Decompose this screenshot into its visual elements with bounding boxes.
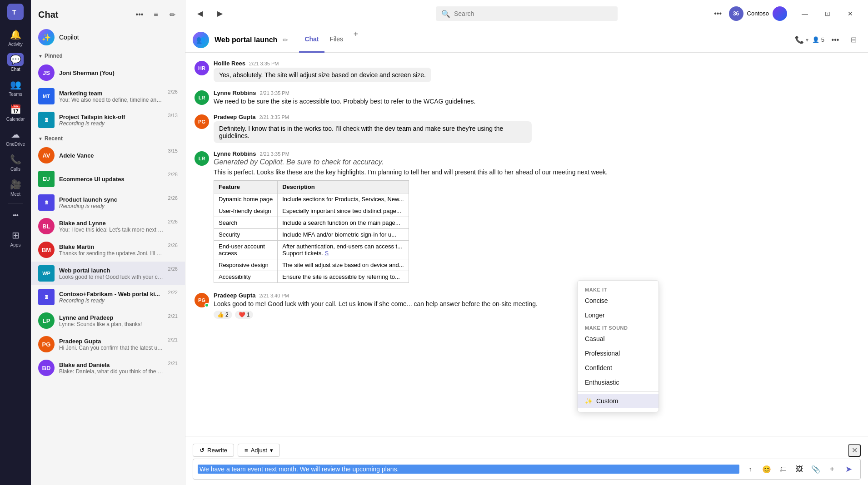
avatar: BD: [38, 360, 55, 376]
list-item[interactable]: BM Blake Martin Thanks for sending the u…: [31, 238, 185, 262]
reaction-badge[interactable]: 👍 2: [214, 311, 232, 319]
nav-calls[interactable]: 📞 Calls: [3, 150, 28, 174]
more-input-button[interactable]: +: [825, 462, 839, 476]
message-content: Lynne Robbins 2/21 3:35 PM Generated by …: [214, 150, 859, 283]
table-row: Security Include MFA and/or biometric si…: [214, 229, 409, 241]
reactions: 👍 2 ❤️ 1: [214, 311, 859, 319]
svg-text:T: T: [12, 9, 16, 16]
tab-files-label: Files: [330, 35, 344, 43]
adjust-button[interactable]: ≡ Adjust ▾: [238, 444, 280, 457]
dropdown-item-professional[interactable]: Professional: [578, 346, 658, 361]
nav-activity[interactable]: 🔔 Activity: [3, 25, 28, 49]
edit-title-icon[interactable]: ✏: [283, 36, 288, 44]
tab-files[interactable]: Files: [324, 27, 349, 53]
list-item[interactable]: 🗓 Product launch sync Recording is ready…: [31, 191, 185, 214]
nav-apps[interactable]: ⊞ Apps: [3, 226, 28, 250]
chat-preview: Lynne: Sounds like a plan, thanks!: [59, 321, 164, 327]
emoji-button[interactable]: 😊: [759, 462, 774, 476]
nav-chat[interactable]: 💬 Chat: [3, 50, 28, 74]
close-button[interactable]: ✕: [840, 6, 861, 21]
table-row: HR Hollie Rees 2/21 3:35 PM Yes, absolut…: [195, 60, 859, 82]
list-item[interactable]: EU Ecommerce UI updates 2/28: [31, 167, 185, 191]
casual-label: Casual: [585, 335, 605, 342]
table-cell: Include sections for Products, Services,…: [278, 193, 409, 205]
minimize-button[interactable]: —: [794, 6, 815, 21]
chat-header-more-button[interactable]: •••: [828, 33, 843, 47]
table-row: Responsive design The site will adjust s…: [214, 259, 409, 271]
message-sender: Hollie Rees: [214, 60, 245, 67]
chat-date: 3/13: [168, 113, 178, 118]
maximize-button[interactable]: ⊡: [817, 6, 838, 21]
pinned-chevron: ▼: [38, 54, 43, 59]
nav-meet[interactable]: 🎥 Meet: [3, 175, 28, 199]
nav-calendar[interactable]: 📅 Calendar: [3, 100, 28, 124]
activity-icon: 🔔: [7, 28, 24, 41]
forward-button[interactable]: ▶: [213, 6, 227, 21]
back-button[interactable]: ◀: [193, 6, 207, 21]
adjust-dropdown: Make it Concise Longer Make it sound Cas…: [577, 280, 659, 412]
pinned-section-header[interactable]: ▼ Pinned: [31, 49, 185, 61]
avatar: LR: [195, 90, 209, 105]
chat-info: Blake and Daniela Blake: Daniela, what d…: [59, 361, 164, 375]
new-chat-button[interactable]: ✏: [165, 7, 180, 22]
message-text: Yes, absolutely. The site will adjust si…: [214, 68, 431, 82]
recent-section-header[interactable]: ▼ Recent: [31, 132, 185, 144]
nav-teams[interactable]: 👥 Teams: [3, 75, 28, 99]
close-rewrite-button[interactable]: ✕: [848, 444, 861, 457]
add-tab-button[interactable]: +: [349, 27, 363, 42]
message-input-selected-text[interactable]: We have a team event next month. We will…: [198, 465, 739, 474]
dropdown-item-confident[interactable]: Confident: [578, 361, 658, 375]
list-item[interactable]: WP Web portal launch Looks good to me! G…: [31, 262, 185, 285]
chat-panel-title: Chat: [38, 10, 58, 20]
dropdown-item-casual[interactable]: Casual: [578, 332, 658, 346]
message-sender: Lynne Robbins: [214, 89, 256, 96]
apps-icon: ⊞: [7, 229, 24, 242]
copilot-item[interactable]: ✨ Copilot: [31, 25, 185, 49]
chat-icon: 💬: [7, 53, 24, 66]
sticker-button[interactable]: 🏷: [776, 462, 790, 476]
teams-icon: 👥: [7, 78, 24, 91]
chat-date: 2/21: [168, 361, 178, 366]
chat-name: Adele Vance: [59, 152, 164, 159]
list-item[interactable]: AV Adele Vance 3/15: [31, 144, 185, 167]
chat-date: 2/21: [168, 313, 178, 319]
dropdown-item-enthusiastic[interactable]: Enthusiastic: [578, 375, 658, 390]
rewrite-button[interactable]: ↺ Rewrite: [193, 444, 234, 457]
list-item[interactable]: PG Pradeep Gupta Hi Joni. Can you confir…: [31, 332, 185, 356]
dropdown-item-concise[interactable]: Concise: [578, 293, 658, 308]
search-input[interactable]: [454, 10, 612, 17]
avatar: BL: [38, 218, 55, 234]
list-item[interactable]: 🗓 Contoso+Fabrikam - Web portal ki... Re…: [31, 285, 185, 309]
list-item[interactable]: 🗓 Project Tailspin kick-off Recording is…: [31, 108, 185, 132]
sidebar-toggle-button[interactable]: ⊟: [846, 33, 861, 47]
chat-filter-button[interactable]: ≡: [149, 7, 163, 22]
participants-badge[interactable]: 👤 5: [812, 36, 824, 43]
table-cell: Ensure the site is accessible by referri…: [278, 271, 409, 283]
more-options-button[interactable]: •••: [711, 6, 725, 21]
gif-button[interactable]: 🖼: [792, 462, 807, 476]
chat-info: Joni Sherman (You): [59, 69, 178, 76]
call-button[interactable]: 📞▾: [795, 35, 808, 44]
message-text: We need to be sure the site is accessibl…: [214, 97, 859, 106]
search-bar[interactable]: 🔍: [436, 6, 618, 21]
reaction-badge[interactable]: ❤️ 1: [235, 311, 254, 319]
chat-more-button[interactable]: •••: [132, 7, 147, 22]
list-item[interactable]: BD Blake and Daniela Blake: Daniela, wha…: [31, 356, 185, 380]
nav-more[interactable]: •••: [3, 206, 28, 225]
nav-meet-label: Meet: [10, 192, 20, 197]
tab-chat[interactable]: Chat: [299, 27, 324, 53]
dropdown-item-longer[interactable]: Longer: [578, 308, 658, 322]
list-item[interactable]: MT Marketing team You: We also need to d…: [31, 84, 185, 108]
messages-area: HR Hollie Rees 2/21 3:35 PM Yes, absolut…: [185, 53, 868, 436]
chat-info: Project Tailspin kick-off Recording is r…: [59, 114, 164, 127]
attach-button[interactable]: 📎: [808, 462, 823, 476]
list-item[interactable]: BL Blake and Lynne You: I love this idea…: [31, 214, 185, 238]
reaction-count: 2: [225, 312, 229, 318]
nav-onedrive[interactable]: ☁ OneDrive: [3, 125, 28, 149]
list-item[interactable]: LP Lynne and Pradeep Lynne: Sounds like …: [31, 309, 185, 332]
list-item[interactable]: JS Joni Sherman (You): [31, 61, 185, 84]
send-button[interactable]: ➤: [841, 462, 856, 476]
send-icon[interactable]: ↑: [743, 462, 758, 476]
dropdown-item-custom[interactable]: ✨ Custom: [578, 394, 658, 408]
table-cell: Accessibility: [214, 271, 278, 283]
